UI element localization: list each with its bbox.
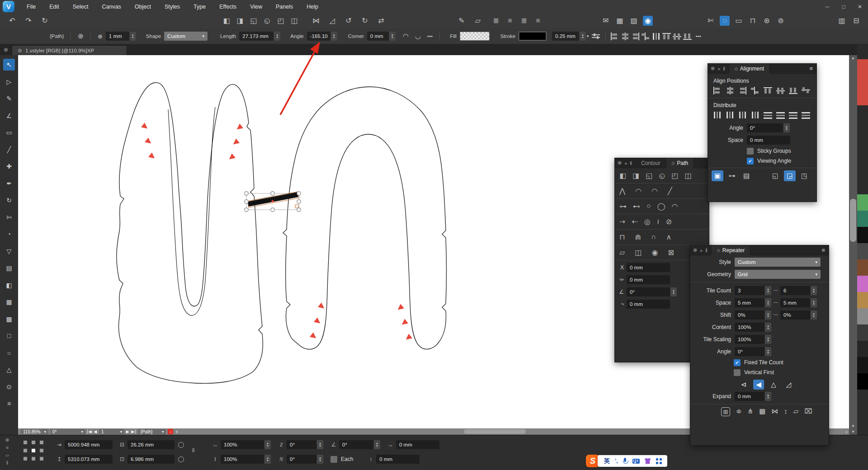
- rotation-dropdown[interactable]: 0°▾: [50, 429, 85, 434]
- path-direction-icon-1[interactable]: ⇠: [632, 217, 637, 226]
- panel-pin-icon[interactable]: ‖: [705, 248, 708, 253]
- corner-field[interactable]: 0 mm: [367, 32, 389, 41]
- proportional-x-toggle[interactable]: [178, 442, 184, 448]
- tool-8[interactable]: ↻: [3, 194, 15, 206]
- scroll-forward-icon[interactable]: ›: [846, 429, 847, 434]
- path-join-icon-1[interactable]: ⊷: [633, 202, 640, 211]
- align-center-icon[interactable]: [620, 32, 630, 41]
- path-offset-field[interactable]: 0 mm: [627, 300, 670, 309]
- pathfinder-icon-5[interactable]: ◫: [289, 16, 299, 26]
- tool-6[interactable]: ✚: [3, 160, 15, 172]
- tool-11[interactable]: ▽: [3, 245, 15, 257]
- menu-file[interactable]: File: [20, 0, 42, 13]
- justify-icon-0[interactable]: ≣: [491, 16, 501, 26]
- swatch-10[interactable]: [857, 357, 868, 373]
- transform-icon-2[interactable]: ↺: [344, 16, 354, 26]
- minimize-button[interactable]: ─: [819, 0, 835, 13]
- alignment-tab[interactable]: ◇ Alignment: [729, 64, 770, 74]
- distribute-center-v-icon[interactable]: [775, 111, 786, 119]
- viewing-angle-checkbox[interactable]: ✔: [747, 158, 754, 164]
- swatch-red[interactable]: [857, 59, 868, 105]
- justify-icon-2[interactable]: ≣: [519, 16, 529, 26]
- transform-axis-icon[interactable]: ◳: [798, 170, 810, 181]
- stroke-width-stepper[interactable]: ▴▾: [580, 32, 586, 41]
- content-stepper[interactable]: ▴▾: [765, 323, 771, 332]
- shift-y-field[interactable]: 0%: [780, 310, 810, 320]
- panel-expand-icon[interactable]: »: [700, 248, 703, 253]
- pathfinder-icon-4[interactable]: ◰: [276, 16, 286, 26]
- path-angle-field[interactable]: 0°: [627, 287, 670, 296]
- page-dropdown[interactable]: 1▾: [99, 429, 124, 434]
- path-join-icon-3[interactable]: ◯: [657, 202, 665, 211]
- skew-x-field[interactable]: 0°: [287, 440, 316, 449]
- stroke-width-field[interactable]: 0.25 mm: [552, 32, 579, 41]
- menu-canvas[interactable]: Canvas: [95, 0, 127, 13]
- panel-close-icon[interactable]: ⊗: [618, 160, 622, 166]
- menu-view[interactable]: View: [243, 0, 269, 13]
- distribute-space-v-icon[interactable]: [801, 111, 811, 119]
- menu-help[interactable]: Help: [300, 0, 325, 13]
- statusbar-side-icon-3[interactable]: ‖: [6, 460, 9, 465]
- path-copy-icon-3[interactable]: ⊠: [668, 248, 674, 257]
- prev-page-icon[interactable]: ◀: [94, 429, 98, 434]
- tool-1[interactable]: ▷: [3, 76, 15, 88]
- scroll-back-icon[interactable]: ‹: [176, 428, 178, 435]
- tool-10[interactable]: ◔: [3, 228, 15, 240]
- align-bottom-icon[interactable]: [788, 86, 798, 95]
- panel-close-icon[interactable]: ⊗: [711, 66, 715, 71]
- tool-18[interactable]: △: [3, 364, 15, 376]
- repeater-action-icon-5[interactable]: ↕: [784, 407, 788, 416]
- align-top-icon[interactable]: [763, 86, 773, 95]
- justify-icon-3[interactable]: ≡: [533, 16, 543, 26]
- tool-13[interactable]: ◧: [3, 279, 15, 291]
- expand-stepper[interactable]: ▴▾: [765, 392, 771, 401]
- path-cap-icon-2[interactable]: ∩: [651, 233, 656, 241]
- tool-14[interactable]: ▦: [3, 296, 15, 308]
- angle-field[interactable]: -165.10: [307, 32, 330, 41]
- skew-y-stepper[interactable]: ▴▾: [317, 455, 323, 464]
- swatch-0[interactable]: [857, 194, 868, 211]
- transform-icon-0[interactable]: ⋈: [311, 16, 321, 26]
- next-page-icon[interactable]: ▶: [126, 429, 130, 434]
- arc-corner-icon[interactable]: ◠: [403, 32, 409, 40]
- align-page-icon[interactable]: ▤: [741, 170, 752, 181]
- fill-swatch[interactable]: [460, 32, 490, 41]
- ime-language-toggle[interactable]: 英: [604, 457, 610, 465]
- scroll-down-icon[interactable]: ▼: [849, 430, 857, 434]
- tool-9[interactable]: ✄: [3, 212, 15, 223]
- tool-3[interactable]: ∠: [3, 110, 15, 122]
- y-position-field[interactable]: 5310.073 mm: [65, 455, 113, 464]
- tile-count-y-field[interactable]: 6: [780, 286, 810, 295]
- tile-count-x-field[interactable]: 3: [735, 286, 764, 295]
- menu-select[interactable]: Select: [66, 0, 95, 13]
- shape-dropdown[interactable]: Custom▾: [164, 32, 208, 41]
- distribute-top-icon[interactable]: [763, 111, 773, 119]
- transform-icon-1[interactable]: ◿: [327, 16, 337, 26]
- snap-icon-2[interactable]: ▭: [734, 16, 744, 26]
- repeater-action-icon-0[interactable]: ⊞: [721, 407, 730, 416]
- height-field[interactable]: 6.986 mm: [127, 455, 175, 464]
- close-all-icon[interactable]: ⊗: [0, 44, 12, 55]
- scale-y-stepper[interactable]: ▴▾: [264, 455, 271, 464]
- path-segment-icon-2[interactable]: ◠: [651, 187, 658, 195]
- first-page-icon[interactable]: |◀: [87, 429, 92, 434]
- offset-x-field[interactable]: 0 mm: [396, 440, 439, 449]
- align-right-icon[interactable]: [737, 86, 748, 95]
- tool-4[interactable]: ▭: [3, 127, 15, 138]
- panel-expand-icon[interactable]: »: [717, 66, 720, 71]
- align-top-icon[interactable]: [661, 32, 672, 41]
- angle-stepper[interactable]: ▴▾: [331, 32, 337, 41]
- corner-stepper[interactable]: ▴▾: [389, 32, 396, 41]
- mirror-icon-0[interactable]: ⊲: [738, 380, 749, 390]
- tool-0[interactable]: ↖: [3, 59, 15, 70]
- path-cap-icon-1[interactable]: ⋒: [635, 233, 641, 241]
- repeater-action-icon-7[interactable]: ⌧: [804, 407, 812, 416]
- justify-icon-1[interactable]: ≡: [505, 16, 515, 26]
- align-left-icon[interactable]: [712, 86, 722, 95]
- tool-12[interactable]: ▤: [3, 262, 15, 274]
- zoom-dropdown[interactable]: 110.85%▾: [21, 429, 48, 434]
- vertical-scrollbar-thumb[interactable]: [850, 199, 856, 242]
- align-key-object-icon[interactable]: ⊶: [726, 170, 738, 181]
- distribute-right-icon[interactable]: [737, 111, 748, 119]
- align-center-v-icon[interactable]: [775, 86, 786, 95]
